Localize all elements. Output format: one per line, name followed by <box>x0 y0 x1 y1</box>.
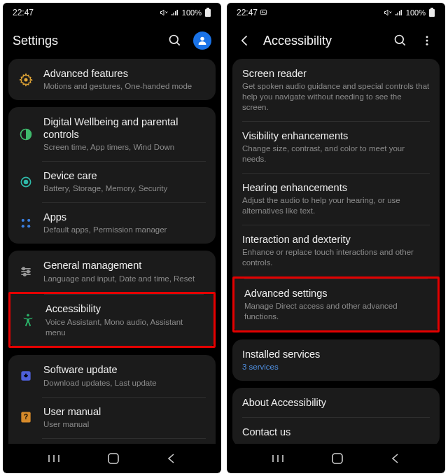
search-button[interactable] <box>392 32 409 49</box>
item-label: Software update <box>43 363 206 376</box>
svg-rect-42 <box>332 454 342 463</box>
item-label: About Accessibility <box>242 396 430 409</box>
nav-recent[interactable] <box>271 454 285 463</box>
search-button[interactable] <box>167 32 183 49</box>
item-text: Interaction and dexterityEnhance or repl… <box>242 233 430 268</box>
item-desc: Screen time, App timers, Wind Down <box>43 142 206 153</box>
item-label: Interaction and dexterity <box>242 233 430 246</box>
svg-point-9 <box>22 219 24 222</box>
settings-group: Advanced featuresMotions and gestures, O… <box>8 59 216 100</box>
item-text: Screen readerGet spoken audio guidance a… <box>242 67 430 113</box>
item-desc: Manage Direct access and other advanced … <box>244 301 428 322</box>
settings-group: Digital Wellbeing and parental controlsS… <box>8 107 216 244</box>
svg-text:?: ? <box>24 413 28 421</box>
general-mgmt-icon <box>18 264 34 279</box>
svg-rect-1 <box>206 8 209 9</box>
item-desc: User manual <box>43 419 206 430</box>
settings-group: Screen readerGet spoken audio guidance a… <box>232 59 440 332</box>
item-desc: Voice Assistant, Mono audio, Assistant m… <box>46 317 204 338</box>
header: Settings <box>3 22 221 59</box>
item-label: Installed services <box>242 348 430 360</box>
item-desc: Adjust the audio to help your hearing, o… <box>242 195 430 216</box>
item-text: Installed services3 services <box>242 348 430 372</box>
item-label: User manual <box>43 405 206 418</box>
svg-point-12 <box>27 225 30 227</box>
settings-item-device-care[interactable]: Device careBattery, Storage, Memory, Sec… <box>8 161 216 202</box>
nav-back[interactable] <box>166 453 177 464</box>
settings-item-interaction-and-dexterity[interactable]: Interaction and dexterityEnhance or repl… <box>232 225 440 276</box>
settings-screen: 22:47 100% Settings Advanced featuresMot… <box>3 3 221 473</box>
settings-group: Software updateDownload updates, Last up… <box>8 355 216 444</box>
svg-rect-32 <box>429 9 435 17</box>
item-text: Digital Wellbeing and parental controlsS… <box>43 115 206 153</box>
item-label: Accessibility <box>46 302 204 315</box>
battery-icon <box>204 8 211 18</box>
item-text: Device careBattery, Storage, Memory, Sec… <box>43 169 206 194</box>
accessibility-list[interactable]: Screen readerGet spoken audio guidance a… <box>227 59 445 444</box>
settings-item-visibility-enhancements[interactable]: Visibility enhancementsChange size, cont… <box>232 121 440 173</box>
item-desc: Motions and gestures, One-handed mode <box>43 81 206 92</box>
item-label: General management <box>43 259 206 272</box>
svg-point-18 <box>24 273 26 275</box>
item-label: Advanced features <box>43 67 206 80</box>
more-button[interactable] <box>419 32 435 49</box>
settings-item-contact-us[interactable]: Contact us <box>232 417 440 444</box>
nav-home[interactable] <box>331 452 344 465</box>
item-text: Visibility enhancementsChange size, cont… <box>242 130 430 164</box>
svg-point-19 <box>27 314 29 317</box>
nav-bar <box>227 444 445 473</box>
status-right: 100% <box>384 8 435 18</box>
settings-item-software-update[interactable]: Software updateDownload updates, Last up… <box>8 355 216 396</box>
settings-item-digital-wellbeing-and-parental-controls[interactable]: Digital Wellbeing and parental controlsS… <box>8 107 216 161</box>
settings-item-installed-services[interactable]: Installed services3 services <box>232 340 440 381</box>
svg-rect-33 <box>430 8 433 9</box>
settings-item-accessibility[interactable]: AccessibilityVoice Assistant, Mono audio… <box>8 292 216 348</box>
item-label: Screen reader <box>242 67 430 80</box>
settings-group: Installed services3 services <box>232 340 440 381</box>
svg-point-37 <box>426 40 428 42</box>
nav-bar <box>3 444 221 473</box>
nav-home[interactable] <box>107 452 120 465</box>
nav-back[interactable] <box>390 453 401 464</box>
item-label: Visibility enhancements <box>242 130 430 142</box>
settings-item-screen-reader[interactable]: Screen readerGet spoken audio guidance a… <box>232 59 440 121</box>
settings-list[interactable]: Advanced featuresMotions and gestures, O… <box>3 59 221 444</box>
item-label: Digital Wellbeing and parental controls <box>43 115 206 141</box>
svg-point-16 <box>22 267 24 270</box>
battery-pct: 100% <box>406 8 426 17</box>
software-update-icon <box>18 368 34 384</box>
accessibility-icon <box>20 312 36 328</box>
header: Accessibility <box>227 22 445 59</box>
settings-item-user-manual[interactable]: ?User manualUser manual <box>8 397 216 438</box>
back-button[interactable] <box>237 32 253 49</box>
user-manual-icon: ? <box>18 410 34 425</box>
item-label: Hearing enhancements <box>242 181 430 194</box>
status-bar: 22:47 100% <box>3 3 221 22</box>
item-text: Contact us <box>242 426 430 438</box>
svg-point-17 <box>27 270 29 272</box>
settings-item-general-management[interactable]: General managementLanguage and input, Da… <box>8 251 216 292</box>
item-desc: Change size, contrast, and color to meet… <box>242 144 430 164</box>
page-title: Settings <box>13 34 157 48</box>
settings-item-advanced-settings[interactable]: Advanced settingsManage Direct access an… <box>232 276 440 332</box>
settings-item-about-phone[interactable]: About phoneStatus, Legal information, Ph… <box>8 438 216 444</box>
svg-point-36 <box>426 36 428 38</box>
page-title: Accessibility <box>263 34 382 48</box>
item-text: User manualUser manual <box>43 405 206 430</box>
settings-item-apps[interactable]: AppsDefault apps, Permission manager <box>8 202 216 244</box>
item-desc: Enhance or replace touch interactions an… <box>242 247 430 268</box>
profile-avatar[interactable] <box>193 31 211 50</box>
item-label: Apps <box>43 211 206 223</box>
status-bar: 22:47 100% <box>227 3 445 22</box>
mute-icon <box>160 8 168 17</box>
item-label: Device care <box>43 169 206 182</box>
item-desc: 3 services <box>242 362 430 372</box>
svg-point-10 <box>27 219 30 222</box>
signal-icon <box>395 8 403 17</box>
apps-icon <box>18 216 34 231</box>
nav-recent[interactable] <box>47 454 61 463</box>
settings-item-about-accessibility[interactable]: About Accessibility <box>232 388 440 417</box>
status-right: 100% <box>160 8 211 18</box>
settings-item-advanced-features[interactable]: Advanced featuresMotions and gestures, O… <box>8 59 216 100</box>
settings-item-hearing-enhancements[interactable]: Hearing enhancementsAdjust the audio to … <box>232 173 440 225</box>
